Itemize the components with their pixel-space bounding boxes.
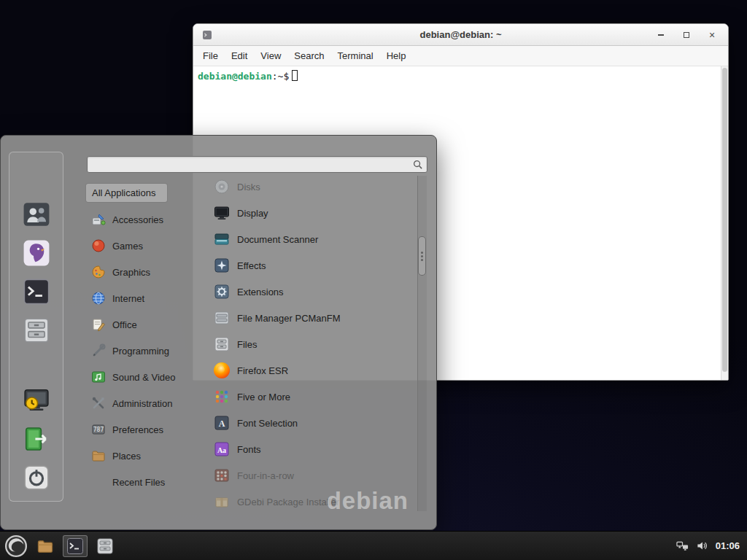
desktop[interactable]: debian@debian: ~ × File Edit View Search…	[0, 0, 747, 560]
terminal-scrollbar-thumb[interactable]	[722, 68, 727, 372]
taskbar-clock[interactable]: 01:06	[716, 540, 740, 551]
terminal-icon	[66, 537, 84, 555]
app-five-or-more[interactable]: Five or More	[204, 384, 415, 410]
favorite-pidgin[interactable]	[23, 239, 50, 267]
app-document-scanner[interactable]: Document Scanner	[204, 226, 415, 252]
menu-file[interactable]: File	[196, 50, 225, 61]
taskbar: 01:06	[0, 531, 747, 560]
favorite-terminal[interactable]	[23, 278, 50, 306]
app-extensions[interactable]: Extensions	[204, 279, 415, 305]
search-icon	[412, 159, 423, 170]
app-fonts[interactable]: Aa Fonts	[204, 436, 415, 462]
disks-icon	[214, 179, 230, 195]
menu-edit[interactable]: Edit	[225, 50, 254, 61]
menu-help[interactable]: Help	[380, 50, 413, 61]
shut-down-icon	[23, 464, 50, 491]
category-recent-files[interactable]: Recent Files	[85, 469, 177, 495]
terminal-icon	[23, 278, 50, 306]
files-icon	[214, 336, 230, 352]
app-firefox-esr[interactable]: Firefox ESR	[204, 357, 415, 384]
app-file-manager-pcmanfm[interactable]: File Manager PCManFM	[204, 305, 415, 331]
office-icon	[91, 317, 106, 332]
programming-icon	[91, 343, 106, 358]
favorite-file-manager[interactable]	[23, 316, 50, 344]
app-effects[interactable]: Effects	[204, 252, 415, 279]
close-icon[interactable]: ×	[708, 30, 716, 40]
internet-icon	[91, 291, 106, 306]
users-icon	[23, 201, 50, 228]
applications-list: Disks Display Document Scanner Effects E…	[204, 174, 415, 511]
fonts-icon: Aa	[214, 441, 230, 457]
svg-text:Aa: Aa	[217, 446, 226, 454]
category-preferences[interactable]: 787 Preferences	[85, 416, 175, 443]
prompt-suffix: :~$	[272, 71, 289, 82]
four-in-a-row-icon	[214, 467, 230, 483]
favorite-firefox[interactable]	[23, 162, 50, 190]
taskbar-file-manager[interactable]	[33, 535, 58, 557]
five-or-more-icon	[214, 389, 230, 405]
category-accessories[interactable]: Accessories	[85, 206, 175, 233]
category-programming[interactable]: Programming	[85, 338, 181, 364]
lock-screen-button[interactable]	[23, 386, 50, 414]
games-icon	[91, 238, 106, 253]
terminal-cursor	[292, 70, 298, 81]
favorites-column	[9, 152, 63, 502]
category-all-applications[interactable]: All Applications	[85, 183, 168, 203]
menu-terminal[interactable]: Terminal	[331, 50, 380, 61]
category-internet[interactable]: Internet	[85, 285, 156, 311]
menu-scrollbar-track[interactable]	[417, 176, 427, 511]
log-out-button[interactable]	[23, 425, 50, 453]
terminal-titlebar[interactable]: debian@debian: ~ ×	[193, 24, 728, 46]
effects-icon	[214, 257, 230, 273]
app-font-selection[interactable]: A Font Selection	[204, 410, 415, 436]
pidgin-icon	[23, 239, 50, 267]
search-input[interactable]	[88, 157, 412, 172]
volume-icon[interactable]	[696, 540, 708, 552]
app-files[interactable]: Files	[204, 331, 415, 357]
sound-video-icon	[91, 370, 106, 384]
category-sound-video[interactable]: Sound & Video	[85, 364, 187, 390]
menu-search[interactable]: Search	[287, 50, 330, 61]
maximize-icon[interactable]	[682, 30, 691, 40]
window-controls: ×	[657, 24, 716, 45]
lock-screen-icon	[23, 386, 50, 414]
cinnamon-menu-icon	[4, 534, 28, 558]
category-office[interactable]: Office	[85, 311, 149, 338]
folder-icon	[36, 537, 54, 555]
file-cabinet-icon	[23, 316, 50, 344]
app-display[interactable]: Display	[204, 200, 415, 226]
category-graphics[interactable]: Graphics	[85, 259, 162, 285]
application-menu: All Applications Accessories Games Graph…	[0, 135, 437, 530]
taskbar-files[interactable]	[93, 535, 117, 557]
taskbar-terminal[interactable]	[63, 535, 88, 557]
app-four-in-a-row[interactable]: Four-in-a-row	[204, 462, 415, 489]
prompt-user-host: debian@debian	[198, 71, 272, 82]
categories-list: All Applications Accessories Games Graph…	[85, 180, 201, 495]
terminal-scrollbar[interactable]	[721, 66, 728, 380]
category-games[interactable]: Games	[85, 233, 155, 259]
preferences-icon: 787	[91, 422, 106, 437]
menu-view[interactable]: View	[254, 50, 287, 61]
app-disks[interactable]: Disks	[204, 174, 415, 200]
pcmanfm-icon	[214, 310, 230, 326]
administration-icon	[91, 396, 106, 411]
category-places[interactable]: Places	[85, 443, 152, 469]
firefox-icon	[214, 362, 230, 378]
shut-down-button[interactable]	[23, 464, 50, 491]
svg-text:787: 787	[93, 427, 104, 433]
file-cabinet-icon	[96, 537, 114, 555]
menu-scrollbar-thumb[interactable]	[418, 236, 426, 276]
display-icon	[214, 205, 230, 221]
font-selection-icon: A	[214, 415, 230, 431]
network-icon[interactable]	[676, 540, 689, 552]
minimize-icon[interactable]	[657, 30, 665, 40]
gdebi-icon	[214, 494, 230, 510]
accessories-icon	[91, 212, 106, 227]
category-administration[interactable]: Administration	[85, 390, 184, 416]
favorite-users[interactable]	[23, 201, 50, 228]
menu-button[interactable]	[4, 534, 28, 558]
window-title: debian@debian: ~	[193, 29, 728, 40]
svg-text:A: A	[219, 419, 225, 429]
document-scanner-icon	[214, 231, 230, 247]
debian-watermark: debian	[327, 487, 409, 515]
